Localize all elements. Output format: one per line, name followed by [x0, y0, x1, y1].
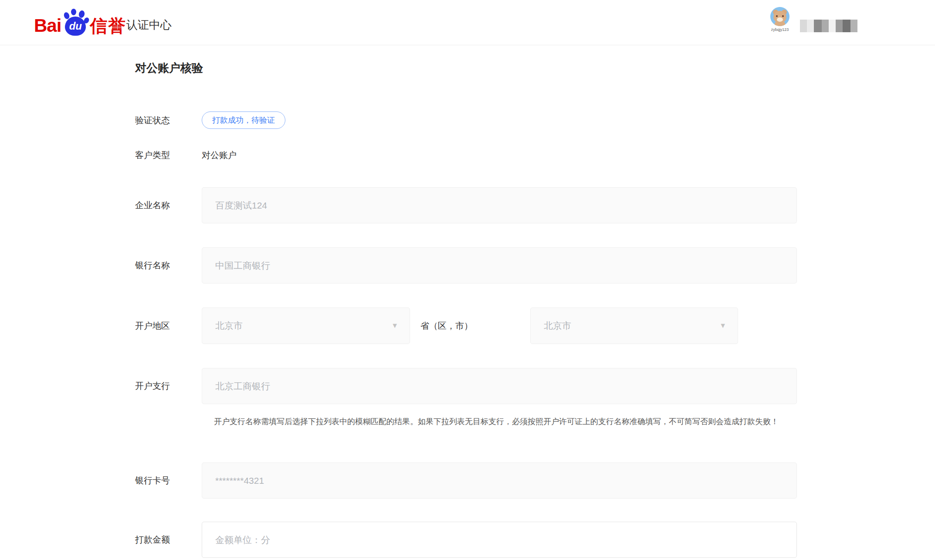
chevron-down-icon: ▼	[719, 322, 726, 329]
payment-amount-label: 打款金额	[135, 534, 202, 546]
account-region-label: 开户地区	[135, 320, 202, 332]
header-divider	[117, 17, 118, 30]
censored-text-mosaic	[800, 20, 857, 32]
bear-avatar-icon[interactable]	[770, 7, 789, 26]
status-label: 验证状态	[135, 115, 202, 126]
customer-type-row: 客户类型 对公账户	[135, 148, 797, 162]
user-menu[interactable]: zybqjy123	[768, 7, 792, 32]
payment-amount-input[interactable]	[202, 522, 797, 558]
bank-name-row: 银行名称	[135, 247, 797, 283]
branch-help-text: 开户支行名称需填写后选择下拉列表中的模糊匹配的结果。如果下拉列表无目标支行，必须…	[202, 415, 798, 428]
baidu-paw-icon: du	[61, 9, 89, 37]
verification-status-row: 验证状态 打款成功，待验证	[135, 111, 797, 129]
baidu-xinyu-logo[interactable]: Bai du 信誉	[34, 9, 126, 37]
branch-label: 开户支行	[135, 380, 202, 392]
page-title: 对公账户核验	[135, 61, 203, 76]
company-name-label: 企业名称	[135, 199, 202, 211]
header-title: 认证中心	[126, 17, 172, 33]
bank-name-label: 银行名称	[135, 260, 202, 271]
bank-name-input	[202, 247, 797, 283]
chevron-down-icon: ▼	[391, 322, 398, 329]
username-label: zybqjy123	[768, 27, 792, 32]
payment-amount-row: 打款金额	[135, 522, 797, 558]
city-select-value: 北京市	[544, 320, 571, 332]
branch-row: 开户支行	[135, 368, 797, 404]
branch-input	[202, 368, 797, 404]
logo-text-du: du	[69, 20, 82, 32]
bank-card-row: 银行卡号	[135, 462, 797, 499]
customer-type-value: 对公账户	[202, 149, 237, 161]
status-badge: 打款成功，待验证	[202, 111, 285, 129]
province-district-city-label: 省（区，市）	[420, 320, 473, 332]
province-select[interactable]: 北京市 ▼	[202, 307, 410, 344]
logo-text-xinyu: 信誉	[90, 17, 126, 37]
app-header: Bai du 信誉 认证中心 zybqjy123	[0, 0, 935, 45]
bank-card-label: 银行卡号	[135, 475, 202, 486]
company-name-row: 企业名称	[135, 187, 797, 223]
customer-type-label: 客户类型	[135, 149, 202, 161]
logo-text-bai: Bai	[34, 17, 61, 37]
account-region-row: 开户地区 北京市 ▼ 省（区，市） 北京市 ▼	[135, 307, 797, 344]
province-select-value: 北京市	[215, 320, 243, 332]
city-select[interactable]: 北京市 ▼	[530, 307, 738, 344]
bank-card-input	[202, 462, 797, 499]
company-name-input	[202, 187, 797, 223]
